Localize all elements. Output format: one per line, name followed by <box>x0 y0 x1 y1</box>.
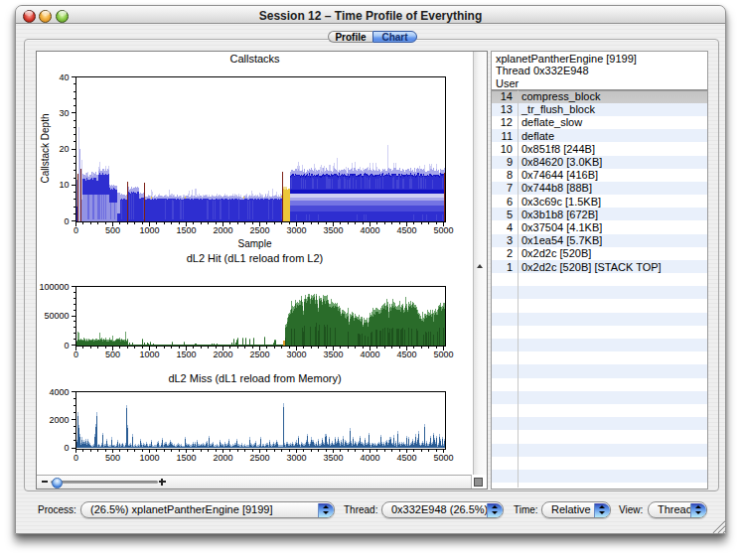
svg-text:20: 20 <box>59 144 69 154</box>
svg-text:0: 0 <box>74 453 78 463</box>
svg-text:1000: 1000 <box>139 350 159 359</box>
svg-text:4500: 4500 <box>396 225 416 235</box>
svg-text:3500: 3500 <box>323 225 343 235</box>
svg-text:5000: 5000 <box>433 225 453 235</box>
svg-text:100000: 100000 <box>39 282 69 292</box>
svg-text:4500: 4500 <box>396 350 416 359</box>
svg-text:3000: 3000 <box>286 225 306 235</box>
svg-text:4000: 4000 <box>360 225 379 235</box>
svg-text:50000: 50000 <box>44 311 69 321</box>
svg-text:4000: 4000 <box>360 350 379 359</box>
svg-text:0: 0 <box>64 216 69 226</box>
svg-text:0: 0 <box>74 350 78 359</box>
svg-text:2000: 2000 <box>49 415 69 425</box>
svg-text:1500: 1500 <box>176 225 196 235</box>
svg-text:2000: 2000 <box>213 225 232 235</box>
svg-text:500: 500 <box>105 225 120 235</box>
svg-text:40: 40 <box>59 72 69 82</box>
svg-text:30: 30 <box>59 108 69 118</box>
svg-text:500: 500 <box>105 350 120 359</box>
svg-text:1000: 1000 <box>139 225 159 235</box>
svg-text:4500: 4500 <box>396 453 416 463</box>
svg-text:1500: 1500 <box>176 453 196 463</box>
svg-text:10: 10 <box>59 180 69 190</box>
svg-text:3500: 3500 <box>323 453 343 463</box>
svg-text:1000: 1000 <box>139 453 159 463</box>
svg-text:0: 0 <box>64 443 69 453</box>
svg-text:0: 0 <box>64 341 69 350</box>
svg-text:4000: 4000 <box>49 387 69 397</box>
svg-text:4000: 4000 <box>360 453 379 463</box>
svg-text:2000: 2000 <box>213 453 232 463</box>
svg-text:500: 500 <box>105 453 120 463</box>
svg-text:2500: 2500 <box>249 453 269 463</box>
svg-text:0: 0 <box>74 225 78 235</box>
svg-text:2500: 2500 <box>249 350 269 359</box>
svg-text:2000: 2000 <box>213 350 232 359</box>
svg-text:3000: 3000 <box>286 350 306 359</box>
svg-text:3500: 3500 <box>323 350 343 359</box>
svg-text:5000: 5000 <box>433 453 453 463</box>
svg-text:3000: 3000 <box>286 453 306 463</box>
svg-text:1500: 1500 <box>176 350 196 359</box>
svg-text:5000: 5000 <box>433 350 453 359</box>
svg-text:2500: 2500 <box>249 225 269 235</box>
